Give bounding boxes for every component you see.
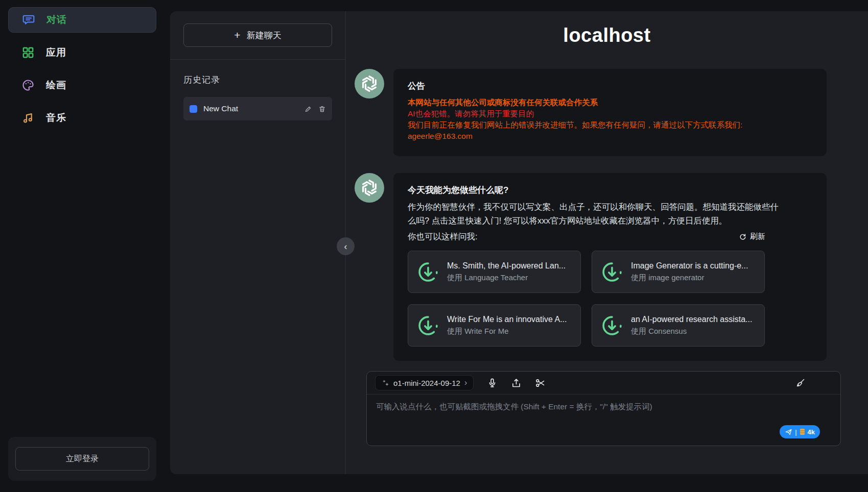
suggestion-card[interactable]: Write For Me is an innovative A... 使用 Wr… [408, 304, 581, 347]
scissors-button[interactable] [535, 378, 546, 388]
composer: o1-mini-2024-09-12 › [366, 371, 841, 446]
refresh-icon [739, 233, 747, 241]
sidebar-item-chat[interactable]: 对话 [8, 7, 156, 33]
openai-logo-icon [355, 69, 384, 99]
message-list: 公告 本网站与任何其他公司或商标没有任何关联或合作关系 AI也会犯错。请勿将其用… [346, 46, 868, 361]
plus-icon: + [234, 29, 240, 41]
sidebar-item-music[interactable]: 音乐 [8, 105, 156, 131]
suggestion-card[interactable]: an AI-powered research assista... 使用 Con… [592, 304, 765, 347]
welcome-body: 作为你的智慧伙伴，我不仅可以写文案、出点子，还可以和你聊天、回答问题。想知道我还… [408, 200, 786, 228]
sidebar-item-label: 音乐 [46, 111, 66, 125]
mic-icon [487, 378, 498, 388]
divider: | [795, 429, 796, 435]
circle-download-icon [600, 314, 624, 337]
sidebar-item-label: 对话 [46, 13, 67, 27]
history-item[interactable]: New Chat [183, 97, 332, 120]
clear-context-button[interactable] [795, 378, 806, 388]
palette-icon [21, 79, 35, 92]
sidebar: 对话 应用 绘画 音乐 立 [0, 0, 165, 492]
circle-download-icon [600, 260, 624, 284]
login-card: 立即登录 [8, 437, 156, 481]
announcement-line: 我们目前正在修复我们网站上的错误并改进细节。如果您有任何疑问，请通过以下方式联系… [408, 119, 812, 131]
composer-toolbar: o1-mini-2024-09-12 › [367, 372, 840, 394]
announcement-heading: 公告 [408, 80, 812, 92]
suggestion-title: an AI-powered research assista... [631, 315, 752, 324]
suggestion-subtitle: 使用 Consensus [631, 327, 752, 336]
suggestion-title: Image Generator is a cutting-e... [631, 261, 748, 270]
refresh-button[interactable]: 刷新 [739, 232, 765, 241]
apps-icon [21, 46, 35, 59]
model-selector[interactable]: o1-mini-2024-09-12 › [375, 375, 474, 390]
sparkle-icon [382, 379, 389, 387]
model-name: o1-mini-2024-09-12 [393, 379, 460, 387]
new-chat-button[interactable]: + 新建聊天 [183, 23, 332, 47]
message-input[interactable] [367, 395, 840, 446]
sidebar-item-label: 应用 [46, 46, 66, 59]
openai-logo-icon [355, 173, 384, 203]
coins-icon [800, 428, 805, 435]
broom-icon [795, 378, 806, 388]
history-item-title: New Chat [203, 104, 298, 113]
suggestion-card[interactable]: Ms. Smith, the AI-powered Lan... 使用 Lang… [408, 251, 581, 293]
sidebar-item-label: 绘画 [46, 79, 66, 92]
contact-email: ageerle@163.com [408, 131, 812, 142]
chevron-left-icon: ‹ [344, 242, 347, 251]
model-chevron-icon: › [464, 378, 467, 387]
new-chat-label: 新建聊天 [247, 30, 281, 41]
divider [170, 59, 345, 60]
content-card: + 新建聊天 历史记录 New Chat ‹ localhost [170, 11, 868, 474]
suggestion-subtitle: 使用 Write For Me [447, 327, 567, 336]
suggestion-subtitle: 使用 Language Teacher [447, 273, 566, 283]
suggestion-card[interactable]: Image Generator is a cutting-e... 使用 ima… [592, 251, 765, 293]
announcement-line: AI也会犯错。请勿将其用于重要目的 [408, 108, 812, 119]
send-button[interactable]: | 4k [780, 425, 820, 438]
history-heading: 历史记录 [183, 74, 332, 86]
history-panel: + 新建聊天 历史记录 New Chat ‹ [170, 11, 346, 474]
suggestion-title: Ms. Smith, the AI-powered Lan... [447, 261, 566, 270]
login-button[interactable]: 立即登录 [15, 447, 149, 471]
chat-session-icon [190, 105, 197, 113]
suggestion-subtitle: 使用 image generator [631, 273, 748, 283]
upload-icon [511, 378, 522, 388]
assistant-message: 公告 本网站与任何其他公司或商标没有任何关联或合作关系 AI也会犯错。请勿将其用… [355, 69, 827, 156]
main-panel: localhost 公告 本网站与任何其他公司或商标没有任何关联 [346, 11, 868, 474]
assistant-message: 今天我能为您做些什么呢? 作为你的智慧伙伴，我不仅可以写文案、出点子，还可以和你… [355, 173, 827, 361]
welcome-bubble: 今天我能为您做些什么呢? 作为你的智慧伙伴，我不仅可以写文案、出点子，还可以和你… [393, 173, 827, 361]
scissors-icon [535, 378, 546, 388]
circle-download-icon [416, 260, 440, 284]
collapse-sidebar-button[interactable]: ‹ [337, 237, 355, 255]
chat-icon [22, 13, 35, 27]
announcement-line: 本网站与任何其他公司或商标没有任何关联或合作关系 [408, 97, 812, 108]
mic-button[interactable] [487, 378, 498, 388]
trash-icon[interactable] [318, 105, 326, 113]
announcement-bubble: 公告 本网站与任何其他公司或商标没有任何关联或合作关系 AI也会犯错。请勿将其用… [393, 69, 827, 156]
circle-download-icon [416, 314, 440, 337]
upload-button[interactable] [511, 378, 522, 388]
edit-icon[interactable] [304, 105, 312, 113]
refresh-label: 刷新 [750, 232, 765, 241]
token-count-badge: 4k [808, 428, 815, 436]
suggestion-title: Write For Me is an innovative A... [447, 315, 567, 324]
sidebar-item-draw[interactable]: 绘画 [8, 72, 156, 98]
welcome-heading: 今天我能为您做些什么呢? [408, 184, 812, 196]
music-icon [21, 111, 35, 125]
sidebar-item-apps[interactable]: 应用 [8, 40, 156, 65]
suggestion-grid: Ms. Smith, the AI-powered Lan... 使用 Lang… [408, 251, 812, 347]
prompt-hint: 你也可以这样问我: [408, 230, 478, 243]
send-plane-icon [785, 428, 792, 436]
page-title: localhost [346, 24, 868, 46]
